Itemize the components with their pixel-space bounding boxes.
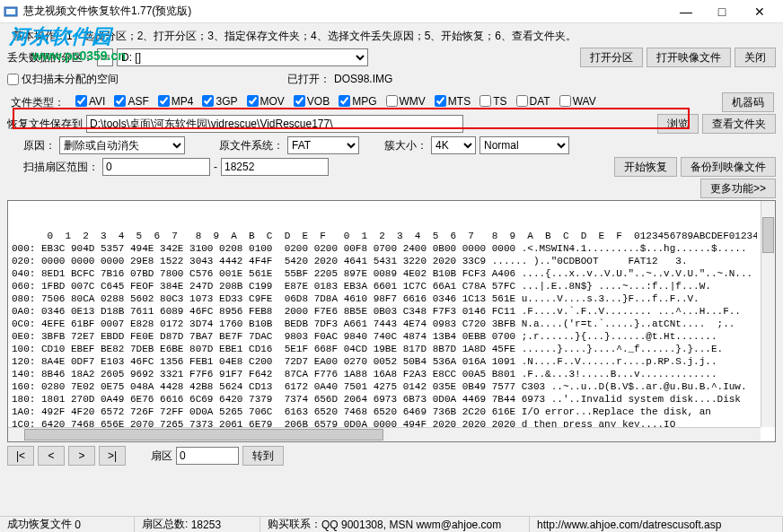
status-recovered-label: 成功恢复文件 <box>7 517 72 532</box>
scan-unalloc-label: 仅扫描未分配的空间 <box>22 72 119 87</box>
sector-input[interactable] <box>176 447 239 465</box>
svg-rect-1 <box>6 9 15 14</box>
last-sector-button[interactable]: >| <box>99 446 126 466</box>
prev-sector-button[interactable]: < <box>38 446 65 466</box>
sector-label: 扇区 <box>151 449 172 464</box>
mode-select[interactable]: Normal <box>479 136 569 154</box>
hex-row: 0A0: 0346 0E13 D18B 7611 6089 46FC 8956 … <box>12 305 757 318</box>
range-to-input[interactable] <box>221 158 329 176</box>
svg-point-3 <box>108 57 109 57</box>
drive-icon <box>101 52 110 63</box>
filetype-list: AVIASFMP43GPMOVVOBMPGWMVMTSTSDATWAV <box>75 95 605 110</box>
hex-row: 040: 8ED1 BCFC 7B16 07BD 7800 C576 001E … <box>12 267 757 280</box>
filetype-dat-checkbox[interactable] <box>516 95 528 107</box>
cluster-select[interactable]: 4K <box>431 136 476 154</box>
view-folder-button[interactable]: 查看文件夹 <box>702 114 776 134</box>
filetype-3gp-checkbox[interactable] <box>202 95 214 107</box>
filetype-dat-label: DAT <box>530 95 550 108</box>
filetype-wmv-label: WMV <box>400 95 426 108</box>
hex-row: 160: 0280 7E02 0E75 048A 4428 42B8 5624 … <box>12 380 757 393</box>
titlebar: 慧龙视频文件恢复软件1.77(预览版) — □ ✕ <box>0 0 783 23</box>
hex-row: 140: 8B46 18A2 2605 9692 3321 F7F6 91F7 … <box>12 368 757 380</box>
hex-row: 020: 0000 0000 0000 29E8 1522 3043 4442 … <box>12 255 757 267</box>
close-partition-button[interactable]: 关闭 <box>735 48 776 67</box>
filetype-avi-label: AVI <box>89 95 105 108</box>
saveto-label: 恢复文件保存到 <box>7 117 83 132</box>
more-button[interactable]: 更多功能>> <box>700 179 776 198</box>
opened-label: 已打开： <box>287 72 330 87</box>
status-contact-label: 购买联系： <box>268 517 321 532</box>
backup-image-button[interactable]: 备份到映像文件 <box>681 157 776 177</box>
range-label: 扫描扇区范围： <box>23 160 99 175</box>
filetype-mpg-checkbox[interactable] <box>339 95 350 107</box>
first-sector-button[interactable]: |< <box>7 446 34 466</box>
hex-row: 120: 8A4E 0DF7 E103 46FC 1356 FEB1 04E8 … <box>12 355 757 368</box>
hex-row: 0E0: 3BFB 72E7 EBDD FE0E D87D 7BA7 BE7F … <box>12 330 757 343</box>
filetype-label: 文件类型： <box>11 95 65 110</box>
close-button[interactable]: ✕ <box>740 1 779 22</box>
open-partition-button[interactable]: 打开分区 <box>580 48 643 67</box>
hex-row: 060: 1FBD 007C C645 FEOF 384E 247D 208B … <box>12 280 757 292</box>
open-image-button[interactable]: 打开映像文件 <box>647 48 731 67</box>
hex-row: 0C0: 4EFE 61BF 0007 E828 0172 3D74 1760 … <box>12 318 757 330</box>
start-recover-button[interactable]: 开始恢复 <box>614 157 677 177</box>
machine-code-button[interactable]: 机器码 <box>722 92 774 112</box>
fs-label: 原文件系统： <box>219 138 284 153</box>
fs-select[interactable]: FAT <box>287 136 359 154</box>
drive-selector[interactable] <box>97 48 113 66</box>
status-contact-value: QQ 9001308, MSN wwm@ahjoe.com <box>321 519 501 531</box>
filetype-wmv-checkbox[interactable] <box>386 95 398 107</box>
goto-button[interactable]: 转到 <box>242 446 284 466</box>
saveto-input[interactable] <box>86 115 463 133</box>
hex-row: 180: 1801 270D 0A49 6E76 6616 6C69 6420 … <box>12 393 757 406</box>
filetype-mpg-label: MPG <box>352 95 376 108</box>
filetype-3gp-label: 3GP <box>216 95 237 108</box>
status-sectors-value: 18253 <box>191 519 221 531</box>
filetype-vob-checkbox[interactable] <box>294 95 305 107</box>
app-icon <box>4 4 18 19</box>
vertical-scrollbar[interactable] <box>761 201 775 427</box>
hex-viewer: 0 1 2 3 4 5 6 7 8 9 A B C D E F 0 1 2 3 … <box>7 200 776 442</box>
statusbar: 成功恢复文件 0 扇区总数: 18253 购买联系：QQ 9001308, MS… <box>0 516 783 532</box>
window-title: 慧龙视频文件恢复软件1.77(预览版) <box>23 4 668 19</box>
drive-dropdown[interactable]: D: [] <box>117 48 368 66</box>
maximize-button[interactable]: □ <box>704 1 740 22</box>
status-recovered-value: 0 <box>75 519 81 531</box>
partition-label: 丢失数据的分区： <box>7 50 93 65</box>
filetype-mov-checkbox[interactable] <box>247 95 259 107</box>
filetype-asf-checkbox[interactable] <box>114 95 126 107</box>
minimize-button[interactable]: — <box>668 1 704 22</box>
filetype-vob-label: VOB <box>307 95 330 108</box>
filetype-wav-label: WAV <box>573 95 596 108</box>
filetype-ts-checkbox[interactable] <box>479 95 491 107</box>
filetype-mov-label: MOV <box>260 95 285 108</box>
filetype-avi-checkbox[interactable] <box>75 95 87 107</box>
hex-row: 1A0: 492F 4F20 6572 726F 72FF 0D0A 5265 … <box>12 406 757 418</box>
steps-text: 基本操作：1、选择分区；2、打开分区；3、指定保存文件夹；4、选择文件丢失原因；… <box>7 27 776 46</box>
cause-label: 原因： <box>23 138 56 153</box>
hex-row: 000: EB3C 904D 5357 494E 342E 3100 0208 … <box>12 242 757 255</box>
filetype-mts-label: MTS <box>448 95 471 108</box>
filetype-mts-checkbox[interactable] <box>435 95 446 107</box>
next-sector-button[interactable]: > <box>68 446 95 466</box>
horizontal-scrollbar[interactable] <box>8 427 761 441</box>
browse-button[interactable]: 浏览 <box>657 114 699 134</box>
filetype-mp4-checkbox[interactable] <box>158 95 170 107</box>
filetype-asf-label: ASF <box>128 95 148 108</box>
filetype-mp4-label: MP4 <box>172 95 194 108</box>
scan-unalloc-checkbox[interactable] <box>7 74 19 85</box>
hex-row: 100: CD10 EBEF BE82 7DEB E6BE 807D EBE1 … <box>12 343 757 355</box>
hex-row: 080: 7506 80CA 0288 5602 80C3 1073 ED33 … <box>12 292 757 305</box>
hex-header: 0 1 2 3 4 5 6 7 8 9 A B C D E F 0 1 2 3 … <box>12 230 757 242</box>
filetype-wav-checkbox[interactable] <box>559 95 571 107</box>
filetype-ts-label: TS <box>493 95 506 108</box>
range-dash: - <box>214 161 217 173</box>
opened-file: DOS98.IMG <box>334 73 392 85</box>
range-from-input[interactable] <box>102 158 210 176</box>
status-sectors-label: 扇区总数: <box>142 517 188 532</box>
status-url: http://www.ahjoe.com/datrescusoft.asp <box>537 519 721 531</box>
cluster-label: 簇大小： <box>384 138 427 153</box>
cause-select[interactable]: 删除或自动消失 <box>59 136 185 154</box>
